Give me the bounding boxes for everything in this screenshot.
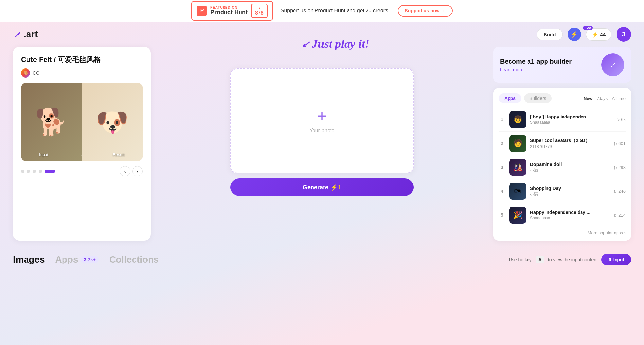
center-panel: ↙ Just play it! + Your photo Generate ⚡1 — [158, 47, 486, 241]
item-info-5: Happy independence day ... Shaaaaaaa — [530, 210, 610, 220]
item-name-1: [ boy ] Happy independen... — [530, 114, 613, 119]
upload-text: Your photo — [310, 128, 335, 134]
item-info-3: Dopamine doll 小满 — [530, 162, 610, 173]
promo-title: Become a1 app builder — [500, 58, 572, 65]
preview-result: 🐶 — [82, 83, 143, 161]
upload-plus-icon: + — [317, 108, 327, 124]
preview-arrow: → — [78, 152, 83, 158]
dot-5-active[interactable] — [45, 170, 55, 173]
header-right: Build ⚡ +20 ⚡ 44 3 — [537, 27, 631, 42]
logo-text: .art — [24, 29, 38, 40]
discord-icon: ⚡ — [571, 31, 578, 38]
preview-input: 🐕 — [21, 83, 82, 161]
app-title: Cute Felt / 可爱毛毡风格 — [21, 55, 143, 64]
tab-collections[interactable]: Collections — [109, 254, 159, 265]
apps-count-badge: 3.7k+ — [81, 256, 99, 263]
tab-group: Apps Builders — [499, 93, 552, 103]
input-button[interactable]: ⬆ Input — [601, 254, 631, 265]
result-label: Result — [113, 152, 125, 158]
thumb-1: 👦 — [509, 111, 526, 128]
item-info-4: Shopping Day 小满 — [530, 186, 610, 197]
leaderboard-item-3[interactable]: 3 🎎 Dopamine doll 小满 ▷ 298 — [499, 155, 626, 179]
generate-button[interactable]: Generate ⚡1 — [230, 178, 414, 196]
input-label: Input — [39, 152, 48, 158]
preview-image: 🐕 🐶 Input → Result — [21, 83, 143, 161]
upload-area[interactable]: + Your photo — [230, 68, 414, 173]
ph-text-group: FEATURED ON Product Hunt — [210, 6, 248, 16]
time-7days[interactable]: 7days — [597, 96, 608, 101]
generate-cost: ⚡1 — [331, 184, 341, 191]
support-now-button[interactable]: Support us now → — [398, 5, 453, 17]
item-plays-2: ▷ 601 — [614, 141, 626, 146]
discord-button[interactable]: ⚡ — [568, 28, 581, 41]
thumb-5: 🎉 — [509, 207, 526, 224]
hotkey-prefix: Use hotkey — [509, 257, 532, 262]
ph-featured-label: FEATURED ON — [210, 6, 248, 9]
item-info-2: Super cool avatars（2.5D） 2118761379 — [530, 138, 610, 149]
time-new[interactable]: New — [584, 96, 593, 101]
item-plays-1: ▷ 6k — [617, 117, 626, 122]
item-info-1: [ boy ] Happy independen... Shaaaaaaa — [530, 114, 613, 125]
leaderboard-item-4[interactable]: 4 🛍 Shopping Day 小满 ▷ 246 — [499, 179, 626, 203]
item-author-3: 小满 — [530, 168, 610, 173]
top-banner: P FEATURED ON Product Hunt ▲ 878 Support… — [0, 0, 644, 22]
dot-1[interactable] — [21, 170, 24, 173]
dot-2[interactable] — [27, 170, 30, 173]
left-panel: Cute Felt / 可爱毛毡风格 🎨 CC 🐕 🐶 Input → Resu… — [13, 47, 151, 241]
just-play-label: ↙ Just play it! — [302, 37, 369, 51]
preview-labels: Input → Result — [21, 152, 143, 158]
credits-count: 44 — [600, 32, 606, 37]
leaderboard-item-2[interactable]: 2 🧑 Super cool avatars（2.5D） 2118761379 … — [499, 132, 626, 155]
thumb-3: 🎎 — [509, 159, 526, 176]
item-plays-5: ▷ 214 — [614, 213, 626, 218]
bolt-icon: ⚡ — [592, 31, 598, 38]
time-group: New 7days All time — [584, 96, 626, 101]
item-name-4: Shopping Day — [530, 186, 610, 191]
author-avatar: 🎨 — [21, 68, 30, 78]
avatar-button[interactable]: 3 — [617, 27, 631, 42]
bottom-section: Images Apps 3.7k+ Collections Use hotkey… — [0, 247, 644, 265]
carousel-next[interactable]: › — [132, 166, 143, 176]
build-button[interactable]: Build — [537, 29, 563, 40]
credits-button[interactable]: +20 ⚡ 44 — [586, 28, 611, 41]
tab-apps-bottom[interactable]: Apps 3.7k+ — [55, 254, 99, 265]
item-author-2: 2118761379 — [530, 144, 610, 149]
more-apps-link[interactable]: More popular apps › — [499, 227, 626, 235]
preview-split: 🐕 🐶 — [21, 83, 143, 161]
rank-5: 5 — [499, 212, 505, 218]
main-content: Cute Felt / 可爱毛毡风格 🎨 CC 🐕 🐶 Input → Resu… — [0, 47, 644, 247]
hotkey-key: A — [536, 256, 544, 263]
item-name-2: Super cool avatars（2.5D） — [530, 138, 610, 144]
leaderboard-item-5[interactable]: 5 🎉 Happy independence day ... Shaaaaaaa… — [499, 203, 626, 227]
product-hunt-badge[interactable]: P FEATURED ON Product Hunt ▲ 878 — [191, 1, 273, 21]
ph-count: 878 — [255, 10, 264, 16]
ph-logo-icon: P — [197, 6, 207, 16]
tab-images[interactable]: Images — [13, 254, 45, 265]
promo-text: Become a1 app builder Learn more → — [500, 58, 572, 72]
promo-link[interactable]: Learn more → — [500, 67, 572, 72]
author-row: 🎨 CC — [21, 68, 143, 78]
dot-3[interactable] — [33, 170, 36, 173]
rank-1: 1 — [499, 117, 505, 122]
time-all[interactable]: All time — [612, 96, 626, 101]
dot-4[interactable] — [39, 170, 42, 173]
bottom-tabs: Images Apps 3.7k+ Collections Use hotkey… — [13, 254, 631, 265]
leaderboard: Apps Builders New 7days All time 1 👦 [ b… — [493, 88, 631, 241]
leaderboard-item[interactable]: 1 👦 [ boy ] Happy independen... Shaaaaaa… — [499, 108, 626, 132]
item-name-3: Dopamine doll — [530, 162, 610, 167]
rank-4: 4 — [499, 189, 505, 194]
banner-description: Support us on Product Hunt and get 30 cr… — [281, 8, 390, 14]
thumb-2: 🧑 — [509, 135, 526, 152]
generate-label: Generate — [303, 184, 328, 191]
carousel-prev[interactable]: ‹ — [120, 166, 130, 176]
item-name-5: Happy independence day ... — [530, 210, 610, 215]
leaderboard-header: Apps Builders New 7days All time — [499, 93, 626, 103]
promo-icon: ⟋ — [601, 53, 624, 76]
item-author-5: Shaaaaaaa — [530, 216, 610, 220]
rank-2: 2 — [499, 141, 505, 146]
tab-apps[interactable]: Apps — [499, 93, 521, 103]
arrow-deco: ↙ — [302, 39, 309, 49]
item-plays-3: ▷ 298 — [614, 165, 626, 170]
tab-builders[interactable]: Builders — [524, 93, 552, 103]
logo[interactable]: ⟋ .art — [13, 29, 38, 40]
